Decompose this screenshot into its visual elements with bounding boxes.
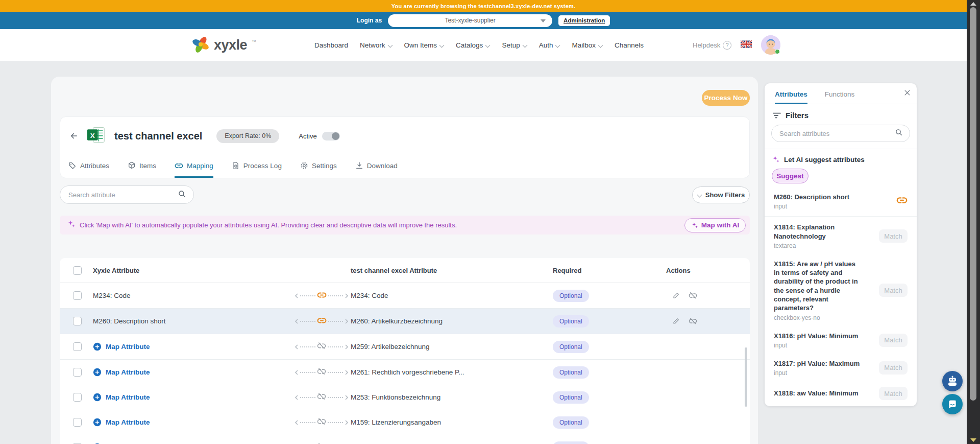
row-checkbox[interactable] <box>73 368 82 377</box>
sidebar-search-input[interactable] <box>778 129 895 138</box>
sidebar-tabs: Attributes Functions <box>765 83 917 104</box>
nav-channels[interactable]: Channels <box>615 41 644 49</box>
plus-circle-icon <box>93 418 102 427</box>
mapping-connector <box>292 367 351 378</box>
nav-setup[interactable]: Setup <box>502 41 527 49</box>
selected-account: Test-xyxle-supplier <box>445 17 495 24</box>
scroll-down-arrow[interactable] <box>970 438 976 442</box>
nav-own-items[interactable]: Own Items <box>404 41 445 49</box>
map-attribute-button[interactable]: Map Attribute <box>93 368 292 377</box>
row-checkbox[interactable] <box>73 317 82 325</box>
tab-items[interactable]: Items <box>128 155 156 178</box>
back-arrow-icon[interactable] <box>68 130 80 142</box>
chevron-down-icon <box>439 43 444 48</box>
row-checkbox[interactable] <box>73 342 82 351</box>
ai-banner-text: Click 'Map with AI' to automatically pop… <box>80 221 684 229</box>
match-button[interactable]: Match <box>879 284 908 297</box>
show-filters-button[interactable]: Show Filters <box>692 186 750 203</box>
table-row: Map Attribute M254: Marke/Label Optional <box>60 435 750 444</box>
chevron-down-icon <box>485 43 490 48</box>
row-checkbox[interactable] <box>73 393 82 402</box>
active-toggle[interactable] <box>322 132 340 141</box>
search-input[interactable] <box>67 191 178 199</box>
link-broken-icon <box>317 392 326 403</box>
list-item[interactable]: X1816: pH Value: Minimum input Match <box>765 326 917 354</box>
list-item[interactable]: M260: Description short input <box>765 188 917 215</box>
suggest-button[interactable]: Suggest <box>772 169 808 183</box>
logo[interactable]: xyxle ™ <box>191 35 256 55</box>
sidebar-tab-attributes[interactable]: Attributes <box>775 90 807 104</box>
sparkles-icon <box>772 155 780 163</box>
chevron-down-icon <box>598 43 603 48</box>
nav-dashboard[interactable]: Dashboard <box>314 41 348 49</box>
list-item[interactable]: X1815: Are aw / pH values in terms of sa… <box>765 254 917 326</box>
question-circle-icon: ? <box>723 41 731 50</box>
table-scrollbar-thumb[interactable] <box>745 347 747 407</box>
attribute-type: input <box>774 369 862 377</box>
map-with-ai-button[interactable]: Map with AI <box>684 218 746 232</box>
helpdesk-link[interactable]: Helpdesk ? <box>693 41 731 50</box>
xyxle-attribute: M234: Code <box>93 292 292 299</box>
dev-banner-text: You are currently browsing the testchann… <box>391 3 575 9</box>
map-attribute-button[interactable]: Map Attribute <box>93 342 292 351</box>
ai-suggest-row: Let AI suggest attributes <box>765 149 917 163</box>
close-icon[interactable] <box>902 88 912 97</box>
list-item[interactable]: X1817: pH Value: Maximum input Match <box>765 354 917 382</box>
svg-text:X: X <box>90 132 95 139</box>
attribute-search <box>60 185 194 204</box>
tab-download[interactable]: Download <box>355 155 398 178</box>
scrollbar-thumb[interactable] <box>970 7 976 401</box>
edit-icon[interactable] <box>672 317 680 325</box>
user-avatar[interactable] <box>761 35 780 55</box>
channel-attribute: M261: Rechtlich vorgeschriebene P... <box>351 368 553 376</box>
search-icon[interactable] <box>178 190 186 200</box>
admin-bar: Login as Test-xyxle-supplier Administrat… <box>0 12 967 29</box>
login-as-select[interactable]: Test-xyxle-supplier <box>388 14 552 27</box>
online-status-dot <box>775 49 780 54</box>
nav-auth[interactable]: Auth <box>539 41 560 49</box>
tab-settings[interactable]: Settings <box>300 155 337 178</box>
mapping-table: Xyxle Attribute test channel excel Attri… <box>60 258 750 444</box>
list-item[interactable]: X1818: aw Value: Minimum Match <box>765 382 917 405</box>
map-attribute-button[interactable]: Map Attribute <box>93 418 292 427</box>
process-now-button[interactable]: Process Now <box>702 90 750 106</box>
unlink-icon[interactable] <box>689 317 697 325</box>
robot-icon <box>946 375 959 387</box>
list-item[interactable]: X1814: Explanation Nanotechnology textar… <box>765 218 917 254</box>
match-button[interactable]: Match <box>879 334 908 347</box>
scroll-up-arrow[interactable] <box>970 2 976 6</box>
attribute-type: checkbox-yes-no <box>774 314 862 321</box>
nav-network[interactable]: Network <box>360 41 393 49</box>
nav-mailbox[interactable]: Mailbox <box>572 41 603 49</box>
search-icon[interactable] <box>895 128 903 138</box>
link-connected-icon <box>896 195 908 208</box>
map-attribute-button[interactable]: Map Attribute <box>93 393 292 402</box>
administration-button[interactable]: Administration <box>558 15 610 26</box>
divider <box>765 216 917 217</box>
match-button[interactable]: Match <box>879 361 908 375</box>
mapping-connector <box>292 442 351 444</box>
select-all-checkbox[interactable] <box>73 266 82 275</box>
sidebar-tab-functions[interactable]: Functions <box>825 90 855 104</box>
tab-mapping[interactable]: Mapping <box>175 155 213 178</box>
table-header: Xyxle Attribute test channel excel Attri… <box>60 258 750 283</box>
chat-support-button[interactable] <box>942 394 963 414</box>
attribute-title: X1817: pH Value: Maximum <box>774 359 862 368</box>
match-button[interactable]: Match <box>879 387 908 400</box>
nav-catalogs[interactable]: Catalogs <box>456 41 490 49</box>
unlink-icon[interactable] <box>689 291 697 300</box>
row-checkbox[interactable] <box>73 418 82 427</box>
tab-attributes[interactable]: Attributes <box>68 155 109 178</box>
mapping-connector <box>292 341 351 352</box>
required-badge: Optional <box>553 416 589 429</box>
attributes-sidebar: Attributes Functions Filters Let AI sugg… <box>765 83 917 406</box>
dev-environment-banner: You are currently browsing the testchann… <box>0 0 967 12</box>
page-title: test channel excel <box>114 130 202 142</box>
edit-icon[interactable] <box>672 291 680 300</box>
tab-process-log[interactable]: Process Log <box>232 155 282 178</box>
language-flag-uk-icon[interactable] <box>741 40 752 50</box>
mapping-connector <box>292 316 351 327</box>
ai-assistant-button[interactable] <box>942 371 963 391</box>
match-button[interactable]: Match <box>879 229 908 243</box>
row-checkbox[interactable] <box>73 291 82 300</box>
